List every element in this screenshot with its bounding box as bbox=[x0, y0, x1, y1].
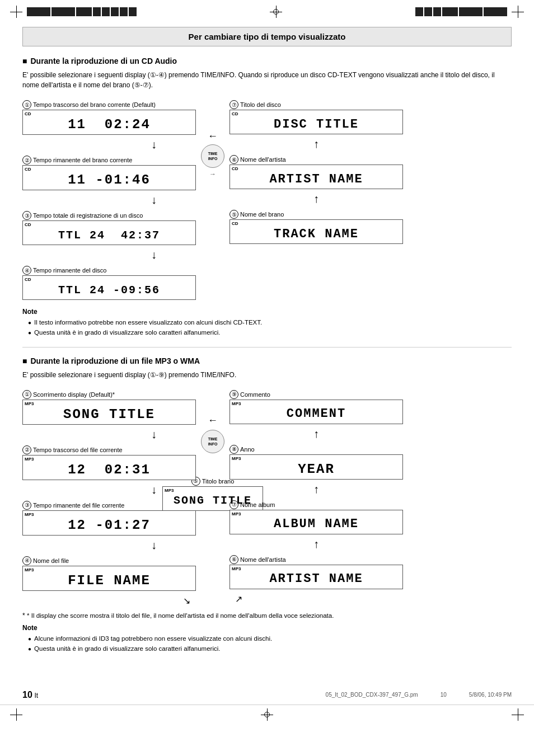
mp3-display-box-6: MP3 ARTIST NAME bbox=[229, 565, 403, 589]
cd-display-box-2: CD 11 -01:46 bbox=[22, 165, 196, 190]
mp3-diagram: ① Scorrimento display (Default)* MP3 SON… bbox=[22, 387, 512, 606]
arrow-down-1: ↓ bbox=[112, 138, 196, 151]
file-name-left: 05_It_02_BOD_CDX-397_497_G.pm bbox=[326, 692, 418, 698]
mp3-label-7: ⑦ Nome album bbox=[229, 500, 403, 509]
cd-section-heading: Durante la riproduzione di un CD Audio bbox=[22, 57, 512, 65]
cd-display-box-1: CD 11 02:24 bbox=[22, 110, 196, 135]
page-bottom: 10 It 05_It_02_BOD_CDX-397_497_G.pm 10 5… bbox=[0, 685, 534, 705]
mp3-timeinfo-button[interactable]: TIMEINFO bbox=[201, 430, 224, 453]
cd-label-2: ② Tempo rimanente del brano corrente bbox=[22, 156, 196, 165]
mp3-note-title: Note bbox=[22, 624, 512, 632]
mp3-display-item-6: ⑥ Nome dell'artista MP3 ARTIST NAME bbox=[229, 552, 403, 589]
mp3-display-box-4: MP3 FILE NAME bbox=[22, 566, 196, 591]
mp3-section: Durante la riproduzione di un file MP3 o… bbox=[22, 356, 512, 654]
cd-display-item-1: ① Tempo trascorso del brano corrente (De… bbox=[22, 97, 196, 135]
page-number: 10 bbox=[22, 690, 32, 699]
top-left-corner bbox=[10, 6, 22, 18]
arrow-down-mp3-1: ↓ bbox=[112, 428, 196, 441]
arrow-down-mp3-4: ↘ bbox=[22, 595, 196, 606]
arrow-up-cd-7-6: ↑ bbox=[229, 138, 403, 151]
cd-label-5: ⑤ Nome del brano bbox=[229, 210, 403, 219]
mp3-label-1: ① Scorrimento display (Default)* bbox=[22, 390, 196, 399]
bottom-right-corner bbox=[512, 708, 524, 721]
cd-display-item-3: ③ Tempo totale di registrazione di un di… bbox=[22, 208, 196, 245]
mp3-footnote: * * Il display che scorre mostra il tito… bbox=[22, 612, 512, 619]
section-divider bbox=[22, 347, 512, 348]
cd-center-column: ← TIMEINFO → bbox=[196, 97, 229, 178]
mp3-label-4: ④ Nome del file bbox=[22, 556, 196, 565]
arrow-down-mp3-3: ↓ bbox=[112, 539, 196, 552]
top-bar-decoration-left bbox=[27, 7, 137, 16]
cd-section: Durante la riproduzione di un CD Audio E… bbox=[22, 57, 512, 338]
mp3-display-item-9: ⑨ Commento MP3 COMMENT bbox=[229, 387, 403, 424]
cd-note-1: Il testo informativo potrebbe non essere… bbox=[28, 317, 512, 327]
cd-display-box-4: CD TTL 24 -09:56 bbox=[22, 275, 196, 300]
page-number-area: 10 It bbox=[22, 690, 38, 700]
mp3-center-column: ← TIMEINFO ⑤ Titolo brano MP3 SONG TITLE bbox=[196, 387, 229, 511]
cd-label-6: ⑥ Nome dell'artista bbox=[229, 155, 403, 164]
mp3-display-item-4: ④ Nome del file MP3 FILE NAME bbox=[22, 553, 196, 591]
arrow-up-mp3-9-8: ↑ bbox=[229, 428, 403, 440]
cd-display-item-5: ⑤ Nome del brano CD TRACK NAME bbox=[229, 206, 403, 244]
mp3-section-heading: Durante la riproduzione di un file MP3 o… bbox=[22, 356, 512, 365]
mp3-display-box-9: MP3 COMMENT bbox=[229, 400, 403, 424]
cd-display-box-3: CD TTL 24 42:37 bbox=[22, 220, 196, 245]
file-info: 05_It_02_BOD_CDX-397_497_G.pm 10 5/8/06,… bbox=[326, 692, 512, 698]
cd-arrow-note: → bbox=[209, 170, 216, 178]
mp3-display-box-3: MP3 12 -01:27 bbox=[22, 510, 196, 536]
mp3-note-1: Alcune informazioni di ID3 tag potrebber… bbox=[28, 633, 512, 644]
mp3-section-desc: E' possibile selezionare i seguenti disp… bbox=[22, 370, 512, 380]
mp3-display-item-1: ① Scorrimento display (Default)* MP3 SON… bbox=[22, 387, 196, 425]
mp3-label-5: ⑤ Titolo brano bbox=[191, 477, 235, 486]
page-suffix: It bbox=[34, 692, 38, 699]
mp3-label-8: ⑧ Anno bbox=[229, 445, 403, 454]
cd-display-box-6: CD ARTIST NAME bbox=[229, 165, 403, 189]
cd-note-section: Note Il testo informativo potrebbe non e… bbox=[22, 308, 512, 338]
arrow-down-3: ↓ bbox=[112, 248, 196, 261]
mp3-display-box-8: MP3 YEAR bbox=[229, 454, 403, 480]
bottom-center-crosshair bbox=[261, 708, 273, 721]
mp3-note-section: Note Alcune informazioni di ID3 tag potr… bbox=[22, 624, 512, 654]
arrow-down-2: ↓ bbox=[112, 194, 196, 206]
cd-label-4: ④ Tempo rimanente del disco bbox=[22, 266, 196, 275]
mp3-display-item-8: ⑧ Anno MP3 YEAR bbox=[229, 442, 403, 480]
mp3-display-box-7: MP3 ALBUM NAME bbox=[229, 510, 403, 534]
cd-display-item-6: ⑥ Nome dell'artista CD ARTIST NAME bbox=[229, 152, 403, 189]
cd-left-column: ① Tempo trascorso del brano corrente (De… bbox=[22, 97, 196, 302]
bottom-left-corner bbox=[10, 708, 22, 721]
cd-diagram: ① Tempo trascorso del brano corrente (De… bbox=[22, 97, 512, 302]
top-right-corner bbox=[512, 6, 524, 18]
cd-display-item-2: ② Tempo rimanente del brano corrente CD … bbox=[22, 152, 196, 190]
cd-right-column: ⑦ Titolo del disco CD DISC TITLE ↑ ⑥ Nom… bbox=[229, 97, 403, 246]
cd-arrow-left: ← bbox=[208, 130, 218, 142]
cd-display-item-4: ④ Tempo rimanente del disco CD TTL 24 -0… bbox=[22, 262, 196, 300]
cd-note-2: Questa unità è in grado di visualizzare … bbox=[28, 327, 512, 337]
arrow-up-cd-6-5: ↑ bbox=[229, 192, 403, 205]
mp3-label-6: ⑥ Nome dell'artista bbox=[229, 555, 403, 564]
mp3-arrow-left: ← bbox=[208, 415, 218, 426]
mp3-label-9: ⑨ Commento bbox=[229, 390, 403, 399]
cd-timeinfo-button[interactable]: TIMEINFO bbox=[201, 144, 224, 168]
cd-display-item-7: ⑦ Titolo del disco CD DISC TITLE bbox=[229, 97, 403, 134]
cd-display-box-5: CD TRACK NAME bbox=[229, 219, 403, 244]
mp3-note-2: Questa unità è in grado di visualizzare … bbox=[28, 644, 512, 654]
arrow-up-mp3-7-6: ↑ bbox=[229, 538, 403, 551]
mp3-display-box-2: MP3 12 02:31 bbox=[22, 455, 196, 480]
mp3-display-box-1: MP3 SONG TITLE bbox=[22, 400, 196, 425]
top-bar-decoration-right bbox=[415, 7, 507, 16]
arrow-up-mp3-6-5: ↗ bbox=[229, 594, 403, 604]
cd-label-7: ⑦ Titolo del disco bbox=[229, 100, 403, 109]
mp3-label-2: ② Tempo trascorso del file corrente bbox=[22, 445, 196, 454]
mp3-display-item-2: ② Tempo trascorso del file corrente MP3 … bbox=[22, 442, 196, 480]
cd-section-desc: E' possibile selezionare i seguenti disp… bbox=[22, 70, 512, 90]
file-date: 5/8/06, 10:49 PM bbox=[469, 692, 512, 698]
cd-label-1: ① Tempo trascorso del brano corrente (De… bbox=[22, 100, 196, 109]
main-title: Per cambiare tipo di tempo visualizzato bbox=[29, 32, 505, 41]
cd-note-title: Note bbox=[22, 308, 512, 316]
top-center-crosshair bbox=[270, 6, 282, 18]
main-title-box: Per cambiare tipo di tempo visualizzato bbox=[22, 27, 512, 46]
mp3-display-item-7: ⑦ Nome album MP3 ALBUM NAME bbox=[229, 497, 403, 534]
cd-label-3: ③ Tempo totale di registrazione di un di… bbox=[22, 211, 196, 220]
file-page: 10 bbox=[441, 692, 447, 698]
cd-display-box-7: CD DISC TITLE bbox=[229, 110, 403, 134]
